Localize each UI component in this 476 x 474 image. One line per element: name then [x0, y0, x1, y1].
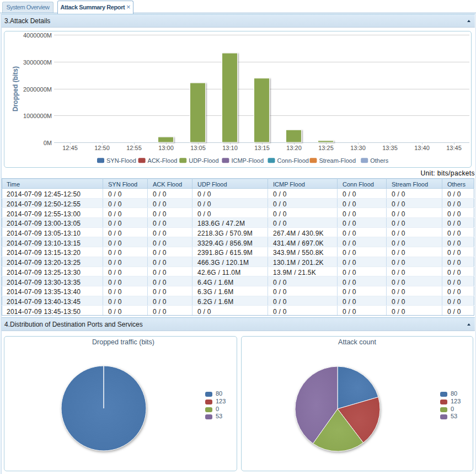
- svg-text:4000000M: 4000000M: [23, 32, 52, 39]
- svg-text:1000000M: 1000000M: [23, 113, 52, 119]
- svg-text:13:00: 13:00: [158, 145, 174, 151]
- svg-text:Stream-Flood: Stream-Flood: [319, 157, 356, 164]
- svg-text:12:45: 12:45: [62, 145, 78, 151]
- svg-text:13:30: 13:30: [350, 145, 366, 151]
- svg-text:13:45: 13:45: [446, 145, 462, 151]
- svg-text:13:35: 13:35: [382, 145, 398, 151]
- svg-text:ACK-Flood: ACK-Flood: [148, 157, 178, 164]
- svg-text:13:25: 13:25: [318, 145, 334, 151]
- svg-text:Conn-Flood: Conn-Flood: [277, 157, 309, 164]
- svg-text:ICMP-Flood: ICMP-Flood: [231, 157, 264, 164]
- svg-text:SYN-Flood: SYN-Flood: [106, 157, 136, 164]
- svg-text:12:55: 12:55: [126, 145, 142, 151]
- svg-text:13:10: 13:10: [222, 145, 238, 151]
- svg-text:2000000M: 2000000M: [23, 86, 52, 93]
- svg-text:13:05: 13:05: [190, 145, 206, 151]
- svg-text:UDP-Flood: UDP-Flood: [189, 157, 218, 164]
- svg-text:3000000M: 3000000M: [23, 59, 52, 66]
- svg-text:13:40: 13:40: [414, 145, 430, 151]
- svg-text:Dropped (bits): Dropped (bits): [12, 66, 19, 111]
- svg-text:12:50: 12:50: [94, 145, 110, 151]
- svg-text:13:20: 13:20: [286, 145, 302, 151]
- svg-text:13:15: 13:15: [254, 145, 270, 151]
- svg-text:0M: 0M: [44, 140, 52, 146]
- svg-text:Others: Others: [370, 157, 389, 164]
